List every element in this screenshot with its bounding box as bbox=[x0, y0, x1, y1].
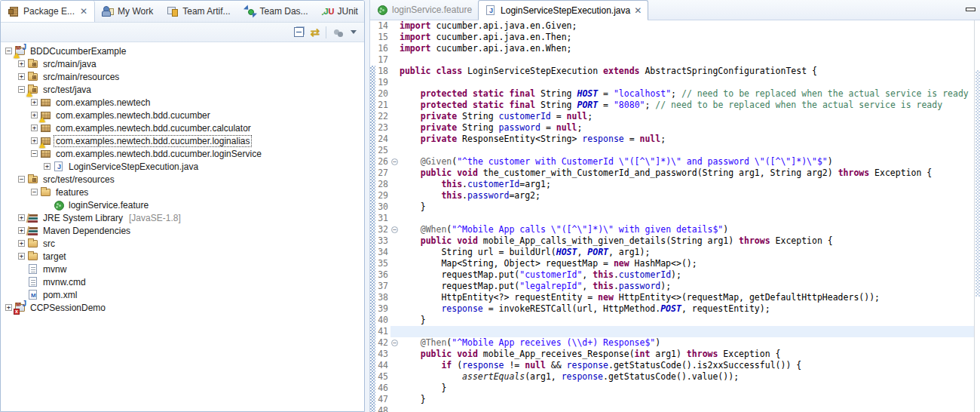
code-line[interactable]: 14import cucumber.api.java.en.Given; bbox=[370, 20, 980, 32]
code-text[interactable]: @Then("^Mobile App receives (\\d+) Respo… bbox=[400, 337, 980, 349]
collapse-icon[interactable]: − bbox=[31, 189, 38, 195]
code-text[interactable]: import cucumber.api.java.en.When; bbox=[400, 43, 980, 54]
code-text[interactable]: if (response != null && response.getStat… bbox=[400, 360, 980, 371]
tree-item[interactable]: +JRE System Library[JavaSE-1.8] bbox=[1, 211, 364, 224]
code-text[interactable]: private String customerId = null; bbox=[400, 111, 980, 122]
tree-item-label[interactable]: src/test/java bbox=[41, 85, 93, 95]
collapse-fold-icon[interactable]: − bbox=[391, 158, 398, 165]
line-number[interactable]: 19 bbox=[376, 77, 390, 88]
tree-item-label[interactable]: LoginServiceStepExecution.java bbox=[67, 161, 200, 172]
line-number[interactable]: 36 bbox=[376, 269, 390, 281]
tree-item[interactable]: +src/main/resources bbox=[1, 70, 364, 83]
code-text[interactable]: String url = buildUrl(HOST, PORT, arg1); bbox=[400, 247, 980, 258]
line-number[interactable]: 26 bbox=[376, 156, 390, 168]
tree-item-label[interactable]: JRE System Library bbox=[41, 213, 124, 223]
fold-column[interactable] bbox=[390, 315, 400, 326]
fold-column[interactable] bbox=[390, 100, 400, 111]
tab-team-artifacts[interactable]: Team Artif... bbox=[160, 1, 237, 22]
fold-column[interactable] bbox=[390, 213, 400, 224]
fold-column[interactable] bbox=[390, 190, 400, 201]
line-number[interactable]: 46 bbox=[376, 383, 390, 394]
code-line[interactable]: 21 protected static final String PORT = … bbox=[370, 100, 980, 111]
code-text[interactable]: } bbox=[400, 394, 980, 405]
code-line[interactable]: 16import cucumber.api.java.en.When; bbox=[370, 43, 980, 54]
link-with-editor-icon[interactable]: ⇄ bbox=[310, 27, 320, 38]
code-line[interactable]: 36 requestMap.put("customerId", this.cus… bbox=[370, 269, 980, 281]
range-indicator[interactable] bbox=[370, 66, 375, 412]
code-line[interactable]: 23 private String password = null; bbox=[370, 122, 980, 134]
code-text[interactable] bbox=[400, 145, 980, 156]
code-text[interactable] bbox=[400, 54, 980, 66]
line-number[interactable]: 42 bbox=[376, 337, 390, 349]
tree-item-label[interactable]: src/test/resources bbox=[41, 174, 116, 185]
code-line[interactable]: 46 } bbox=[370, 383, 980, 394]
code-text[interactable]: } bbox=[400, 315, 980, 326]
fold-column[interactable] bbox=[390, 405, 400, 412]
code-text[interactable]: } bbox=[400, 201, 980, 213]
expand-icon[interactable]: + bbox=[18, 227, 25, 234]
line-number[interactable]: 40 bbox=[376, 315, 390, 326]
tree-item-label[interactable]: loginService.feature bbox=[67, 200, 150, 211]
fold-column[interactable] bbox=[390, 235, 400, 247]
fold-column[interactable] bbox=[390, 383, 400, 394]
code-line[interactable]: 35 Map<String, Object> requestMap = new … bbox=[370, 258, 980, 269]
code-text[interactable]: response = invokeRESTCall(url, HttpMetho… bbox=[400, 303, 980, 315]
code-text[interactable]: this.customerId=arg1; bbox=[400, 179, 980, 190]
collapse-all-icon[interactable] bbox=[294, 27, 304, 37]
fold-column[interactable] bbox=[390, 111, 400, 122]
code-line[interactable]: 41 bbox=[370, 326, 980, 337]
tree-item[interactable]: pom.xml bbox=[1, 288, 364, 301]
expand-icon[interactable]: + bbox=[31, 99, 38, 106]
code-line[interactable]: 34 String url = buildUrl(HOST, PORT, arg… bbox=[370, 247, 980, 258]
tab-loginservicestepexecution-java[interactable]: LoginServiceStepExecution.java ✕ bbox=[478, 0, 648, 20]
collapse-fold-icon[interactable]: − bbox=[391, 226, 398, 233]
line-number[interactable]: 35 bbox=[376, 258, 390, 269]
fold-column[interactable] bbox=[390, 66, 400, 77]
line-number[interactable]: 21 bbox=[376, 100, 390, 111]
code-line[interactable]: 47 } bbox=[370, 394, 980, 405]
code-text[interactable]: protected static final String PORT = "80… bbox=[400, 100, 980, 111]
fold-column[interactable] bbox=[390, 88, 400, 100]
tab-team-dashboard[interactable]: Team Das... bbox=[237, 1, 315, 22]
code-line[interactable]: 33 public void mobile_App_calls_with_giv… bbox=[370, 235, 980, 247]
tree-item[interactable]: +com.examples.newtech bbox=[1, 96, 364, 109]
scrollbar-thumb[interactable] bbox=[975, 70, 980, 297]
line-number[interactable]: 18 bbox=[376, 66, 390, 77]
line-number[interactable]: 44 bbox=[376, 360, 390, 371]
fold-column[interactable]: − bbox=[390, 224, 400, 235]
tree-item[interactable]: +LoginServiceStepExecution.java bbox=[1, 160, 364, 173]
tree-item[interactable]: −src/test/java bbox=[1, 83, 364, 96]
line-number[interactable]: 16 bbox=[376, 43, 390, 54]
collapse-icon[interactable]: − bbox=[5, 48, 12, 54]
line-number[interactable]: 14 bbox=[376, 20, 390, 32]
code-line[interactable]: 24 private ResponseEntity<String> respon… bbox=[370, 134, 980, 145]
line-number[interactable]: 48 bbox=[376, 405, 390, 412]
close-icon[interactable]: ✕ bbox=[80, 6, 87, 17]
tree-item-label[interactable]: features bbox=[54, 187, 90, 198]
line-number[interactable]: 41 bbox=[376, 326, 390, 337]
tree-item[interactable]: +src bbox=[1, 237, 364, 250]
expand-icon[interactable]: + bbox=[31, 112, 38, 118]
line-number[interactable]: 47 bbox=[376, 394, 390, 405]
tree-item[interactable]: loginService.feature bbox=[1, 198, 364, 211]
fold-column[interactable]: − bbox=[390, 337, 400, 349]
code-line[interactable]: 26− @Given("^the customer with CustomerI… bbox=[370, 156, 980, 168]
code-text[interactable]: private String password = null; bbox=[400, 122, 980, 134]
code-line[interactable]: 42− @Then("^Mobile App receives (\\d+) R… bbox=[370, 337, 980, 349]
expand-icon[interactable]: + bbox=[18, 240, 25, 247]
code-line[interactable]: 19 bbox=[370, 77, 980, 88]
tree-item-label[interactable]: mvnw bbox=[41, 264, 68, 275]
tree-item[interactable]: +Maven Dependencies bbox=[1, 224, 364, 237]
collapse-icon[interactable]: − bbox=[18, 86, 25, 93]
code-text[interactable]: requestMap.put("customerId", this.custom… bbox=[400, 269, 980, 281]
tab-loginservice-feature[interactable]: loginService.feature bbox=[370, 0, 478, 20]
tree-item-label[interactable]: BDDCucumberExample bbox=[29, 46, 127, 57]
tab-junit[interactable]: ✓JU JUnit bbox=[315, 1, 365, 22]
line-number[interactable]: 32 bbox=[376, 224, 390, 235]
fold-column[interactable] bbox=[390, 349, 400, 360]
code-text[interactable]: public void the_customer_with_CustomerId… bbox=[400, 168, 980, 179]
code-text[interactable] bbox=[400, 405, 980, 412]
code-text[interactable]: protected static final String HOST = "lo… bbox=[400, 88, 980, 100]
expand-icon[interactable]: + bbox=[31, 137, 38, 144]
fold-column[interactable] bbox=[390, 326, 400, 337]
